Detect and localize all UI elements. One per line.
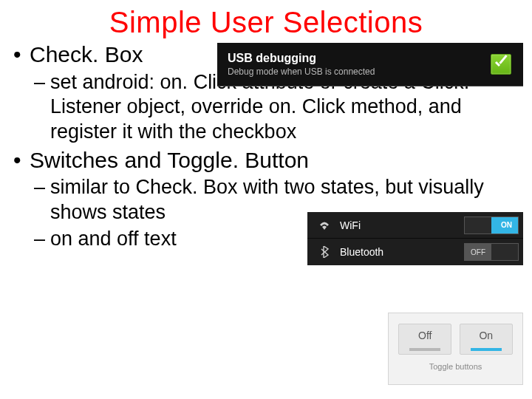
wifi-row[interactable]: WiFi ON: [307, 212, 523, 239]
toggle-on-label: On: [460, 324, 512, 347]
toggle-indicator: [471, 348, 502, 351]
usb-checkbox[interactable]: [491, 54, 511, 75]
wifi-switch-state: ON: [501, 221, 512, 229]
wifi-switch[interactable]: ON: [464, 216, 519, 234]
toggle-buttons-panel: Off On Toggle buttons: [388, 313, 523, 385]
slide-title: Simple User Selections: [9, 6, 523, 39]
usb-title: USB debugging: [228, 52, 375, 65]
wifi-label: WiFi: [340, 219, 464, 231]
usb-debugging-panel: USB debugging Debug mode when USB is con…: [217, 43, 523, 86]
bluetooth-row[interactable]: Bluetooth OFF: [307, 239, 523, 265]
bullet-label: Check. Box: [30, 42, 143, 66]
bluetooth-label: Bluetooth: [340, 246, 464, 258]
slide: Simple User Selections Check. Box set an…: [0, 0, 532, 399]
quick-settings-panel: WiFi ON Bluetooth OFF: [307, 212, 523, 265]
toggle-off-button[interactable]: Off: [398, 324, 451, 355]
wifi-icon: [316, 220, 332, 231]
toggle-indicator: [409, 348, 440, 351]
bluetooth-switch-state: OFF: [471, 248, 485, 256]
usb-subtitle: Debug mode when USB is connected: [228, 66, 375, 77]
bluetooth-switch[interactable]: OFF: [464, 243, 519, 261]
bullet-label: Switches and Toggle. Button: [30, 148, 309, 172]
usb-text-block: USB debugging Debug mode when USB is con…: [228, 52, 375, 77]
toggle-caption: Toggle buttons: [389, 362, 522, 371]
toggle-off-label: Off: [399, 324, 451, 347]
toggle-on-button[interactable]: On: [460, 324, 513, 355]
bluetooth-icon: [316, 246, 332, 258]
